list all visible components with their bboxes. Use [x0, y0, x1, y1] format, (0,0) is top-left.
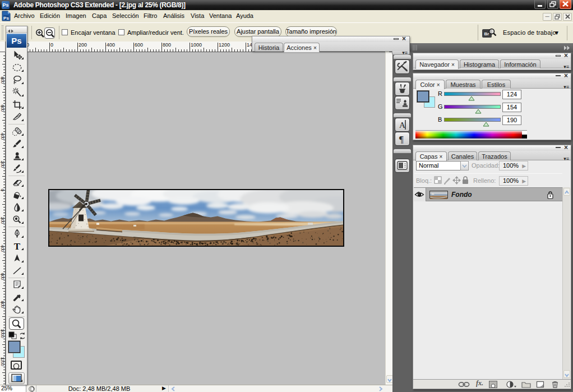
svg-text:T: T	[14, 241, 21, 252]
svg-text:A: A	[399, 121, 405, 130]
svg-text:Ps: Ps	[3, 16, 9, 21]
svg-text:¶: ¶	[399, 134, 404, 145]
svg-text:Br: Br	[484, 31, 489, 36]
